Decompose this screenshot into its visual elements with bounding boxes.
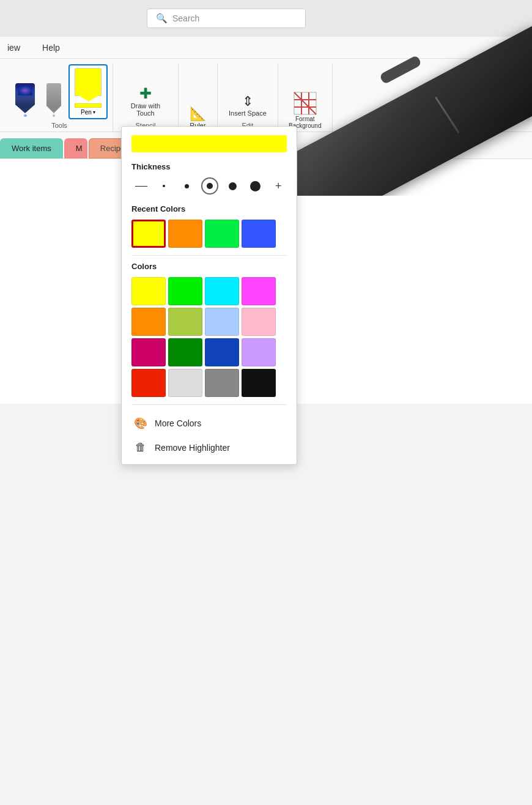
color-swatch-15[interactable] xyxy=(242,369,276,397)
color-swatch-8[interactable] xyxy=(131,338,166,366)
color-swatch-0[interactable] xyxy=(131,277,166,305)
thickness-large[interactable] xyxy=(224,177,241,195)
color-swatch-4[interactable] xyxy=(131,308,166,336)
thickness-dot-6 xyxy=(250,181,260,191)
format-bg-icon xyxy=(293,91,317,116)
insert-space-label: Insert Space xyxy=(229,109,267,117)
colors-grid xyxy=(131,277,287,397)
ribbon-group-format: Format Background xyxy=(278,64,333,132)
thickness-label: Thickness xyxy=(131,162,287,171)
color-swatch-5[interactable] xyxy=(168,308,202,336)
dropdown-arrow: ▾ xyxy=(93,109,95,115)
ribbon-group-stencil: 📐 Ruler xyxy=(179,64,218,132)
insert-space-button[interactable]: ⇕ Insert Space xyxy=(223,91,273,119)
remove-highlighter-item[interactable]: 🗑 Remove Highlighter xyxy=(131,436,287,459)
remove-highlighter-icon: 🗑 xyxy=(134,441,147,454)
search-box[interactable]: 🔍 Search xyxy=(147,9,306,28)
color-swatch-6[interactable] xyxy=(205,308,239,336)
ruler-icon: 📐 xyxy=(190,106,206,122)
pen-blue-icon xyxy=(15,83,35,117)
pen-gray-tool[interactable] xyxy=(42,81,66,119)
recent-colors-grid xyxy=(131,220,287,248)
ribbon: Pen ▾ Tools ✚ Draw with Touch Stencil 📐 … xyxy=(0,59,532,132)
top-bar: 🔍 Search xyxy=(0,0,532,37)
remove-highlighter-label: Remove Highlighter xyxy=(155,443,230,453)
recent-color-yellow[interactable] xyxy=(131,220,166,248)
search-icon: 🔍 xyxy=(156,13,168,24)
thickness-plus-icon: + xyxy=(275,180,282,193)
thickness-dot-4 xyxy=(207,183,213,189)
color-swatch-14[interactable] xyxy=(205,369,239,397)
color-swatch-11[interactable] xyxy=(242,338,276,366)
highlighter-dropdown-btn[interactable]: Pen ▾ xyxy=(81,109,95,116)
pen-blue-tool[interactable] xyxy=(11,81,39,119)
thickness-plus[interactable]: + xyxy=(270,177,287,195)
insert-space-icon: ⇕ xyxy=(242,94,253,109)
more-colors-item[interactable]: 🎨 More Colors xyxy=(131,411,287,436)
color-swatch-12[interactable] xyxy=(131,369,166,397)
format-background-button[interactable]: Format Background xyxy=(283,89,327,132)
color-preview-bar xyxy=(131,135,287,152)
menu-item-help[interactable]: Help xyxy=(37,40,65,55)
menu-item-view[interactable]: iew xyxy=(2,40,25,55)
tab-work-items[interactable]: Work items xyxy=(0,138,63,158)
tools-label: Tools xyxy=(51,122,67,132)
thickness-medium[interactable] xyxy=(179,177,195,195)
ribbon-group-tools: Pen ▾ Tools xyxy=(6,64,113,132)
menu-divider xyxy=(131,404,287,405)
format-bg-items: Format Background xyxy=(283,89,327,132)
draw-with-touch-button[interactable]: ✚ Draw with Touch xyxy=(118,83,173,119)
search-placeholder: Search xyxy=(172,13,199,23)
pen-dropdown-popup: Thickness + Recent Colors xyxy=(121,126,297,465)
more-colors-label: More Colors xyxy=(155,418,201,428)
menu-bar: iew Help xyxy=(0,37,532,59)
pen-gray-icon xyxy=(45,83,62,117)
thickness-selected[interactable] xyxy=(201,177,218,195)
color-swatch-1[interactable] xyxy=(168,277,202,305)
pen-label: Pen xyxy=(81,109,92,116)
tab-m[interactable]: M xyxy=(64,138,87,158)
color-swatch-10[interactable] xyxy=(205,338,239,366)
color-swatch-3[interactable] xyxy=(242,277,276,305)
recent-colors-label: Recent Colors xyxy=(131,204,287,213)
colors-label: Colors xyxy=(131,262,287,271)
draw-touch-icon: ✚ xyxy=(139,85,152,102)
color-swatch-13[interactable] xyxy=(168,369,202,397)
color-swatch-2[interactable] xyxy=(205,277,239,305)
draw-touch-items: ✚ Draw with Touch xyxy=(118,83,173,119)
thickness-dot-3 xyxy=(185,184,189,188)
colors-divider xyxy=(131,255,287,256)
recent-color-blue[interactable] xyxy=(242,220,276,248)
thickness-thin[interactable] xyxy=(155,177,172,195)
thickness-extra-thin[interactable] xyxy=(133,177,149,195)
insert-space-items: ⇕ Insert Space xyxy=(223,91,273,119)
thickness-row: + xyxy=(131,177,287,195)
ribbon-group-draw-touch: ✚ Draw with Touch Stencil xyxy=(113,64,179,132)
svg-line-1 xyxy=(294,92,316,114)
recent-color-green[interactable] xyxy=(205,220,239,248)
highlighter-tool[interactable]: Pen ▾ xyxy=(68,64,108,119)
draw-touch-label: Draw with Touch xyxy=(124,102,167,117)
thickness-dot-2 xyxy=(163,185,165,187)
thickness-dot-5 xyxy=(229,182,237,190)
color-swatch-9[interactable] xyxy=(168,338,202,366)
more-colors-icon: 🎨 xyxy=(134,417,147,430)
recent-color-orange[interactable] xyxy=(168,220,202,248)
thickness-extra-large[interactable] xyxy=(247,177,264,195)
thickness-line-1 xyxy=(135,186,147,187)
color-swatch-7[interactable] xyxy=(242,308,276,336)
ribbon-group-edit: ⇕ Insert Space Edit xyxy=(218,64,278,132)
tools-items: Pen ▾ xyxy=(11,64,108,119)
